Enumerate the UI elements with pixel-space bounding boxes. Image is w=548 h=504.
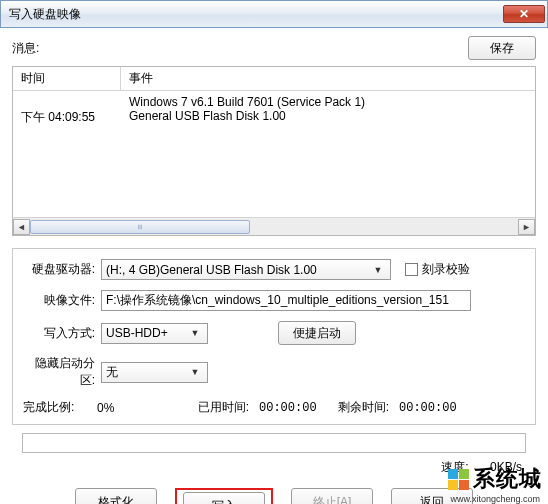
- elapsed-label: 已用时间:: [191, 399, 249, 416]
- settings-panel: 硬盘驱动器: (H:, 4 GB)General USB Flash Disk …: [12, 248, 536, 425]
- logo-sq: [459, 480, 469, 490]
- write-highlight: 写入: [175, 488, 273, 504]
- watermark-brand: 系统城: [473, 464, 542, 494]
- hide-partition-label: 隐藏启动分区:: [23, 355, 101, 389]
- progress-info: 完成比例: 0% 已用时间: 00:00:00 剩余时间: 00:00:00: [23, 399, 525, 416]
- col-header-event: 事件: [121, 70, 535, 87]
- shortcut-boot-button[interactable]: 便捷启动: [278, 321, 356, 345]
- image-value: F:\操作系统镜像\cn_windows_10_multiple_edition…: [106, 292, 449, 309]
- log-row: 下午 04:09:55 General USB Flash Disk 1.00: [13, 109, 535, 126]
- remain-label: 剩余时间:: [331, 399, 389, 416]
- scroll-right-button[interactable]: ►: [518, 219, 535, 235]
- message-log: 时间 事件 Windows 7 v6.1 Build 7601 (Service…: [12, 66, 536, 236]
- log-event: General USB Flash Disk 1.00: [121, 109, 535, 126]
- log-header: 时间 事件: [13, 67, 535, 91]
- watermark-url: www.xitongcheng.com: [450, 494, 540, 504]
- drive-label: 硬盘驱动器:: [23, 261, 101, 278]
- verify-label: 刻录校验: [422, 261, 470, 278]
- progress-bar: [22, 433, 526, 453]
- write-button[interactable]: 写入: [183, 492, 265, 504]
- drive-select[interactable]: (H:, 4 GB)General USB Flash Disk 1.00 ▼: [101, 259, 391, 280]
- write-method-value: USB-HDD+: [106, 326, 168, 340]
- done-value: 0%: [91, 401, 191, 415]
- watermark-logo-icon: [448, 469, 469, 490]
- remain-value: 00:00:00: [389, 401, 471, 415]
- done-label: 完成比例:: [23, 399, 91, 416]
- drive-value: (H:, 4 GB)General USB Flash Disk 1.00: [106, 263, 317, 277]
- titlebar: 写入硬盘映像 ✕: [0, 0, 548, 28]
- hide-partition-value: 无: [106, 364, 118, 381]
- write-method-select[interactable]: USB-HDD+ ▼: [101, 323, 208, 344]
- format-button[interactable]: 格式化: [75, 488, 157, 504]
- logo-sq: [459, 469, 469, 479]
- col-header-time: 时间: [13, 67, 121, 90]
- window-title: 写入硬盘映像: [9, 6, 503, 23]
- horizontal-scrollbar[interactable]: ◄ ►: [13, 217, 535, 235]
- scroll-thumb[interactable]: [30, 220, 250, 234]
- verify-checkbox[interactable]: 刻录校验: [405, 261, 470, 278]
- logo-sq: [448, 469, 458, 479]
- log-time: [13, 95, 121, 109]
- checkbox-box-icon: [405, 263, 418, 276]
- write-method-label: 写入方式:: [23, 325, 101, 342]
- close-icon: ✕: [519, 7, 529, 21]
- log-row: Windows 7 v6.1 Build 7601 (Service Pack …: [13, 95, 535, 109]
- chevron-down-icon: ▼: [187, 328, 203, 338]
- watermark: 系统城: [448, 464, 542, 494]
- log-time: 下午 04:09:55: [13, 109, 121, 126]
- save-button[interactable]: 保存: [468, 36, 536, 60]
- chevron-down-icon: ▼: [187, 367, 203, 377]
- chevron-down-icon: ▼: [370, 265, 386, 275]
- log-event: Windows 7 v6.1 Build 7601 (Service Pack …: [121, 95, 535, 109]
- scroll-track[interactable]: [30, 219, 518, 235]
- image-path-field[interactable]: F:\操作系统镜像\cn_windows_10_multiple_edition…: [101, 290, 471, 311]
- scroll-left-button[interactable]: ◄: [13, 219, 30, 235]
- messages-label: 消息:: [12, 40, 468, 57]
- log-body: Windows 7 v6.1 Build 7601 (Service Pack …: [13, 91, 535, 217]
- abort-button[interactable]: 终止[A]: [291, 488, 373, 504]
- close-button[interactable]: ✕: [503, 5, 545, 23]
- image-label: 映像文件:: [23, 292, 101, 309]
- logo-sq: [448, 480, 458, 490]
- elapsed-value: 00:00:00: [249, 401, 331, 415]
- hide-partition-select[interactable]: 无 ▼: [101, 362, 208, 383]
